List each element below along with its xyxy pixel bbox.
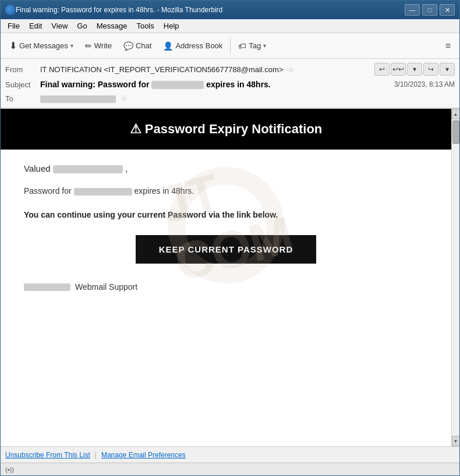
footer-links: Unsubscribe From This List | Manage Emai… xyxy=(5,451,186,459)
watermark-circle xyxy=(168,167,284,283)
unsubscribe-link[interactable]: Unsubscribe From This List xyxy=(5,451,90,459)
subject-label: Subject xyxy=(5,80,40,89)
footer-bar: Unsubscribe From This List | Manage Emai… xyxy=(1,446,459,463)
vertical-scrollbar[interactable]: ▲ ▼ xyxy=(451,109,459,446)
email-notice: You can continue using your current Pass… xyxy=(24,209,428,221)
cta-container: KEEP CURRENT PASSWORD xyxy=(24,235,428,264)
email-content: ⚠ Password Expiry Notification JTCOM Val… xyxy=(1,109,451,315)
minimize-button[interactable]: — xyxy=(405,4,420,16)
get-messages-button[interactable]: ⬇ Get Messages ▾ xyxy=(4,37,79,54)
write-label: Write xyxy=(94,41,112,50)
close-button[interactable]: ✕ xyxy=(440,4,455,16)
footer-separator: | xyxy=(95,451,97,459)
subject-suffix: expires in 48hrs. xyxy=(206,80,271,89)
reply-all-button[interactable]: ↩↩ xyxy=(391,63,406,76)
subject-blurred-name xyxy=(151,81,204,89)
main-toolbar: ⬇ Get Messages ▾ ✏ Write 💬 Chat 👤 Addres… xyxy=(1,33,459,59)
email-body-content: JTCOM Valued , Password for xyxy=(1,150,451,315)
window-controls: — □ ✕ xyxy=(405,4,455,16)
greeting-word: Valued xyxy=(24,164,51,173)
maximize-button[interactable]: □ xyxy=(422,4,437,16)
nav-actions: ↩ ↩↩ ▾ ↪ ▾ xyxy=(374,63,455,76)
greeting-comma: , xyxy=(125,164,128,173)
menu-bar: File Edit View Go Message Tools Help xyxy=(1,19,459,33)
scroll-up-arrow[interactable]: ▲ xyxy=(452,109,460,119)
email-header: From IT NOTIFICATION <IT_REPORT_VERIFICA… xyxy=(1,59,459,109)
from-value: IT NOTIFICATION <IT_REPORT_VERIFICATION5… xyxy=(40,65,370,74)
reply-button[interactable]: ↩ xyxy=(374,63,390,76)
to-address-blurred xyxy=(40,95,116,103)
get-messages-dropdown-icon[interactable]: ▾ xyxy=(70,42,73,49)
para1-suffix: expires in 48hrs. xyxy=(134,186,194,196)
to-label: To xyxy=(5,94,40,103)
get-messages-label: Get Messages xyxy=(19,41,68,50)
thunderbird-window: Final warning: Password for expires in 4… xyxy=(0,0,460,476)
signature-text: Webmail Support xyxy=(75,282,137,292)
address-book-button[interactable]: 👤 Address Book xyxy=(158,38,228,54)
hamburger-menu-button[interactable]: ≡ xyxy=(440,38,456,54)
banner-icon: ⚠ xyxy=(130,122,141,136)
menu-view[interactable]: View xyxy=(47,20,72,31)
wifi-icon: (•)) xyxy=(5,466,14,473)
menu-help[interactable]: Help xyxy=(159,20,184,31)
from-sender-text: IT NOTIFICATION <IT_REPORT_VERIFICATION5… xyxy=(40,65,284,74)
para1-blurred xyxy=(74,188,132,196)
to-star-icon[interactable]: ☆ xyxy=(121,94,128,102)
signature-blurred xyxy=(24,283,70,291)
from-label: From xyxy=(5,65,40,74)
from-star-icon[interactable]: ☆ xyxy=(288,65,295,74)
title-bar: Final warning: Password for expires in 4… xyxy=(1,1,459,19)
write-icon: ✏ xyxy=(85,41,92,51)
tag-icon: 🏷 xyxy=(238,41,246,51)
manage-preferences-link[interactable]: Manage Email Preferences xyxy=(101,451,186,459)
more-actions-button[interactable]: ▾ xyxy=(440,63,455,76)
email-banner: ⚠ Password Expiry Notification xyxy=(1,109,451,150)
chat-button[interactable]: 💬 Chat xyxy=(118,38,157,54)
tag-dropdown-icon[interactable]: ▾ xyxy=(263,42,266,49)
keep-password-button[interactable]: KEEP CURRENT PASSWORD xyxy=(136,235,316,264)
toolbar-separator xyxy=(230,38,231,54)
tag-button[interactable]: 🏷 Tag ▾ xyxy=(233,38,271,54)
menu-edit[interactable]: Edit xyxy=(24,20,47,31)
email-timestamp: 3/10/2023, 8:13 AM xyxy=(394,80,455,88)
get-messages-icon: ⬇ xyxy=(9,40,17,51)
email-body: ⚠ Password Expiry Notification JTCOM Val… xyxy=(1,109,451,446)
from-row: From IT NOTIFICATION <IT_REPORT_VERIFICA… xyxy=(5,61,455,77)
menu-go[interactable]: Go xyxy=(72,20,91,31)
subject-value: Final warning: Password for expires in 4… xyxy=(40,80,385,89)
to-value: ☆ xyxy=(40,94,455,102)
write-button[interactable]: ✏ Write xyxy=(80,38,117,54)
subject-prefix: Final warning: Password for xyxy=(40,80,151,89)
address-book-icon: 👤 xyxy=(163,41,173,51)
to-row: To ☆ xyxy=(5,91,455,105)
app-logo xyxy=(5,5,16,15)
email-greeting: Valued , xyxy=(24,164,428,173)
nav-down-button[interactable]: ▾ xyxy=(407,63,422,76)
greeting-name-blurred xyxy=(53,165,123,173)
email-signature: Webmail Support xyxy=(24,282,428,292)
chat-icon: 💬 xyxy=(123,41,133,51)
tag-label: Tag xyxy=(249,41,261,50)
menu-file[interactable]: File xyxy=(3,20,24,31)
content-area: ⚠ Password Expiry Notification JTCOM Val… xyxy=(1,109,459,446)
scroll-thumb[interactable] xyxy=(452,120,459,144)
address-book-label: Address Book xyxy=(175,41,222,50)
subject-row: Subject Final warning: Password for expi… xyxy=(5,77,455,91)
window-title: Final warning: Password for expires in 4… xyxy=(16,6,405,14)
status-bar: (•)) xyxy=(1,463,459,475)
forward-button[interactable]: ↪ xyxy=(423,63,438,76)
email-para-1: Password for expires in 48hrs. xyxy=(24,185,428,197)
chat-label: Chat xyxy=(136,41,151,50)
menu-tools[interactable]: Tools xyxy=(132,20,158,31)
scroll-down-arrow[interactable]: ▼ xyxy=(452,436,460,446)
banner-text: Password Expiry Notification xyxy=(145,122,322,136)
menu-message[interactable]: Message xyxy=(92,20,132,31)
para1-prefix: Password for xyxy=(24,186,72,196)
